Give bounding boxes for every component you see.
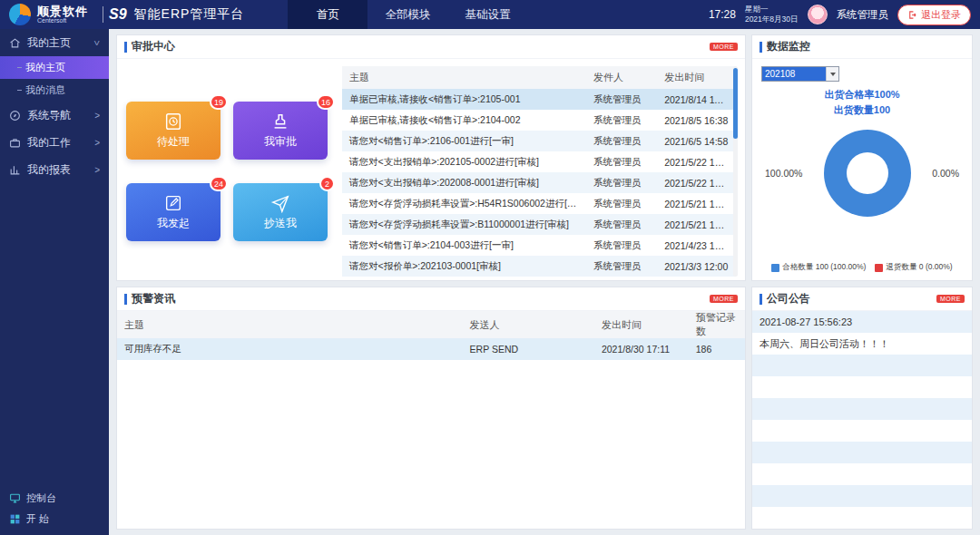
approval-row[interactable]: 单据已审核,请接收<销售订单>:2104-002系统管理员2021/8/5 16…	[342, 110, 736, 131]
edit-icon	[163, 193, 183, 213]
chart-legend: 合格数量 100 (100.00%) 退货数量 0 (0.00%)	[752, 262, 972, 273]
col-subject: 主题	[342, 66, 586, 89]
approval-row[interactable]: 请您对<存货浮动损耗率设置>:H54R1S006002进行[审核]系统管理员20…	[342, 193, 736, 214]
brand-logo-icon	[9, 4, 31, 25]
app-title: 智能ERP管理平台	[134, 6, 245, 23]
approval-row[interactable]: 请您对<销售订单>:2104-003进行[一审]系统管理员2021/4/23 1…	[342, 235, 736, 256]
period-select[interactable]: 202108	[761, 66, 839, 82]
sidebar-group-my-home[interactable]: 我的主页 >	[0, 29, 109, 56]
initiated-count-badge: 24	[210, 176, 228, 191]
compass-icon	[9, 110, 21, 122]
panel-announcements: 公司公告 MORE 2021-08-27 15:56:23 本周六、周日公司活动…	[751, 287, 973, 530]
tab-all-modules[interactable]: 全部模块	[368, 0, 447, 29]
bar-chart-icon	[9, 164, 21, 176]
approval-more-button[interactable]: MORE	[710, 43, 738, 51]
legend-returns[interactable]: 退货数量 0 (0.00%)	[875, 262, 952, 273]
tile-my-approvals[interactable]: 16 我审批	[233, 102, 328, 160]
sidebar-item-label: 我的工作	[27, 135, 71, 151]
legend-swatch-red	[875, 264, 883, 272]
sidebar-item-my-home[interactable]: 我的主页	[0, 56, 109, 79]
announcement-empty-row	[752, 463, 972, 485]
user-avatar[interactable]	[808, 5, 828, 24]
announcement-date[interactable]: 2021-08-27 15:56:23	[752, 311, 972, 333]
announcement-empty-row	[752, 442, 972, 463]
tile-label: 待处理	[157, 134, 190, 150]
announcement-empty-row	[752, 420, 972, 442]
header-right: 17:28 星期一 2021年8月30日 系统管理员 退出登录	[709, 0, 980, 29]
tile-cc-to-me[interactable]: 2 抄送我	[233, 183, 328, 241]
legend-qualified[interactable]: 合格数量 100 (100.00%)	[771, 262, 866, 273]
approval-row[interactable]: 请您对<报价单>:202103-0001[审核]系统管理员2021/3/3 12…	[342, 256, 736, 277]
scrollbar-track	[733, 66, 738, 277]
donut-left-label: 100.00%	[765, 168, 802, 179]
brand: 顺景软件 Centersoft	[0, 0, 97, 29]
chevron-right-icon: >	[94, 111, 100, 121]
warning-info-title: 预警资讯	[124, 291, 175, 306]
sidebar-group-label: 我的主页	[27, 35, 71, 51]
approval-tiles: 19 待处理 16 我审批 24 我发起 2	[126, 66, 328, 277]
approval-table: 主题 发件人 发出时间 单据已审核,请接收<销售订单>:2105-001系统管理…	[342, 66, 736, 277]
sidebar-item-my-work[interactable]: 我的工作 >	[0, 129, 109, 156]
tab-home[interactable]: 首页	[288, 0, 368, 29]
tab-basic-settings[interactable]: 基础设置	[447, 0, 527, 29]
weekday-label: 星期一	[745, 5, 799, 15]
logout-button[interactable]: 退出登录	[897, 5, 971, 25]
period-value: 202108	[762, 67, 826, 81]
pending-count-badge: 19	[210, 94, 228, 110]
sidebar-item-label: 系统导航	[27, 108, 71, 123]
tile-initiated-by-me[interactable]: 24 我发起	[126, 183, 220, 241]
sidebar-item-system-nav[interactable]: 系统导航 >	[0, 102, 109, 129]
col-sent-time: 发出时间	[594, 311, 689, 338]
scrollbar-thumb[interactable]	[733, 68, 738, 139]
warning-more-button[interactable]: MORE	[710, 295, 738, 303]
approval-row[interactable]: 单据已审核,请接收<销售订单>:2105-001系统管理员2021/8/14 1…	[342, 89, 736, 110]
col-sent-time: 发出时间	[657, 66, 736, 89]
tile-label: 抄送我	[264, 216, 297, 231]
my-approvals-count-badge: 16	[317, 94, 335, 110]
clock-date: 星期一 2021年8月30日	[745, 5, 799, 24]
announcements-title: 公司公告	[760, 291, 810, 306]
home-icon	[9, 37, 21, 49]
tile-label: 我审批	[264, 134, 297, 150]
brand-subtitle: Centersoft	[37, 17, 88, 24]
pass-rate-stat: 出货合格率100%	[761, 87, 963, 102]
approval-row[interactable]: 请您对<存货浮动损耗率设置>:B11000001进行[审核]系统管理员2021/…	[342, 214, 736, 235]
top-bar: 顺景软件 Centersoft S9 智能ERP管理平台 首页 全部模块 基础设…	[0, 0, 980, 29]
announcements-more-button[interactable]: MORE	[936, 295, 965, 303]
start-label: 开 始	[26, 512, 49, 526]
username-label: 系统管理员	[837, 8, 889, 22]
console-monitor-icon	[9, 492, 21, 504]
approval-row[interactable]: 请您对<支出报销单>:202008-0001进行[审核]系统管理员2021/5/…	[342, 172, 736, 193]
main-content: 审批中心 MORE 19 待处理 16 我审批 24	[109, 29, 980, 535]
shipment-stats: 出货合格率100% 出货数量100	[761, 87, 963, 117]
approval-row[interactable]: 请您对<支出报销单>:202105-0002进行[审核]系统管理员2021/5/…	[342, 151, 736, 172]
logout-icon	[907, 10, 917, 20]
col-subject: 主题	[117, 311, 463, 338]
start-button[interactable]: 开 始	[0, 509, 109, 530]
legend-swatch-blue	[771, 264, 779, 272]
announcement-empty-row	[752, 376, 972, 398]
stamp-icon	[270, 112, 290, 131]
cc-count-badge: 2	[319, 176, 335, 191]
shipment-donut	[824, 130, 911, 217]
product-code: S9	[109, 6, 127, 23]
panel-warning-info: 预警资讯 MORE 主题 发送人 发出时间 预警记录数	[116, 287, 746, 530]
tile-label: 我发起	[157, 216, 190, 231]
console-button[interactable]: 控制台	[0, 488, 109, 509]
sidebar-item-my-messages[interactable]: 我的消息	[0, 79, 109, 102]
announcement-text[interactable]: 本周六、周日公司活动！！！	[752, 333, 972, 355]
sidebar-item-label: 我的报表	[27, 162, 71, 178]
tile-pending[interactable]: 19 待处理	[126, 102, 220, 160]
col-sender: 发送人	[463, 311, 594, 338]
warning-row[interactable]: 可用库存不足 ERP SEND 2021/8/30 17:11 186	[117, 338, 745, 360]
top-nav: 首页 全部模块 基础设置	[288, 0, 527, 29]
sidebar-footer: 控制台 开 始	[0, 488, 109, 530]
approval-row[interactable]: 请您对<销售订单>:2106-001进行[一审]系统管理员2021/6/5 14…	[342, 131, 736, 151]
dropdown-arrow-icon	[826, 67, 838, 81]
announcement-empty-row	[752, 507, 972, 529]
panel-data-monitor: 数据监控 202108 出货合格率100% 出货数量100 100.00% 0.…	[751, 34, 973, 281]
panel-approval-center: 审批中心 MORE 19 待处理 16 我审批 24	[116, 34, 746, 281]
announcement-empty-row	[752, 398, 972, 420]
sidebar-item-my-reports[interactable]: 我的报表 >	[0, 156, 109, 183]
date-label: 2021年8月30日	[745, 15, 799, 24]
